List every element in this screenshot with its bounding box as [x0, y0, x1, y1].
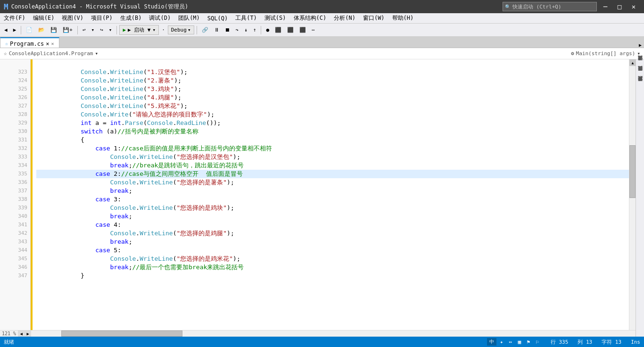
zoom-out-button[interactable]: ◀ — [18, 330, 25, 337]
tab-scroll-right[interactable]: ▶ — [636, 42, 644, 48]
undo-dropdown[interactable]: ▾ — [89, 25, 97, 34]
nav2-button[interactable]: ⬛ — [285, 25, 296, 34]
titlebar: M ConsoleApplication4 - Microsoft Visual… — [0, 0, 644, 13]
ln-337: 337 — [0, 187, 30, 195]
back-button[interactable]: ◀ — [2, 25, 10, 34]
right-panel-strip: 测试资源管理器 团队资源管理器 解决方案资源管理器 — [636, 59, 644, 337]
method-dropdown[interactable]: ▾ — [637, 50, 640, 57]
namespace-icon: ☆ — [4, 50, 7, 57]
menu-sql[interactable]: SQL(Q) — [204, 13, 231, 23]
menu-analyze[interactable]: 分析(N) — [330, 13, 359, 23]
status-mode: Ins — [631, 339, 640, 345]
start-debug-button[interactable]: ▶ ▶ 启动 ▼ ▾ — [119, 25, 159, 35]
new-project-button[interactable]: 📄 — [24, 25, 35, 34]
menu-file[interactable]: 文件(F) — [0, 13, 29, 23]
ln-343: 343 — [0, 238, 30, 246]
close-button[interactable]: ✕ — [627, 0, 640, 13]
tab-separator: × — [46, 41, 49, 47]
code-editor[interactable]: Console.WriteLine("1.汉堡包"); Console.Writ… — [33, 59, 629, 337]
zoom-in-button[interactable]: ▶ — [25, 330, 31, 337]
menu-project[interactable]: 项目(P) — [87, 13, 116, 23]
debug-dropdown-icon: ▾ — [188, 27, 191, 33]
ln-342: 342 — [0, 229, 30, 238]
titlebar-controls: ─ □ ✕ — [599, 0, 640, 13]
forward-button[interactable]: ▶ — [11, 25, 19, 34]
step-into[interactable]: ↡ — [242, 25, 250, 34]
tab-program-cs[interactable]: ☆ Program.cs × ✕ — [0, 37, 59, 48]
stop-button[interactable]: ⏹ — [223, 25, 232, 34]
titlebar-left: M ConsoleApplication4 - Microsoft Visual… — [4, 2, 188, 11]
ime-mode-icon[interactable]: 中 — [487, 338, 496, 346]
ln-332: 332 — [0, 144, 30, 153]
menu-build[interactable]: 生成(B) — [116, 13, 146, 23]
toolbar-sep-5 — [261, 26, 261, 34]
step-out[interactable]: ↑ — [251, 25, 259, 34]
ln-324: 324 — [0, 76, 30, 85]
save-button[interactable]: 💾 — [48, 25, 59, 34]
panel-tab-team-explorer[interactable]: 团队资源管理器 — [636, 72, 644, 77]
ln-335: 335 — [0, 170, 30, 178]
tab-close-button[interactable]: ✕ — [51, 41, 54, 46]
panel-tab-solution-explorer[interactable]: 解决方案资源管理器 — [636, 82, 644, 88]
quick-search[interactable]: 🔍 快速启动 (Ctrl+Q) — [503, 2, 597, 11]
hscroll-track[interactable] — [31, 330, 636, 337]
arrows-icon[interactable]: ↔ — [507, 338, 514, 346]
ln-338: 338 — [0, 195, 30, 204]
breakpoint-button[interactable]: ● — [264, 25, 272, 34]
ln-334: 334 — [0, 161, 30, 170]
more-button[interactable]: ⋯ — [309, 25, 317, 34]
redo-button[interactable]: ↪ — [98, 25, 106, 34]
code-line-337: break; — [36, 187, 629, 195]
menu-view[interactable]: 视图(V) — [58, 13, 87, 23]
tab-icon: ☆ — [5, 41, 8, 46]
hscroll-thumb[interactable] — [61, 330, 182, 337]
vertical-scrollbar[interactable]: ▲ ▼ — [629, 59, 636, 337]
start-icon: ▶ — [123, 27, 126, 33]
redo-dropdown[interactable]: ▾ — [107, 25, 115, 34]
open-button[interactable]: 📂 — [36, 25, 47, 34]
code-line-325: Console.WriteLine("3.鸡块"); — [36, 85, 629, 93]
scroll-thumb[interactable] — [629, 145, 636, 198]
code-line-spacer — [36, 59, 629, 68]
menu-window[interactable]: 窗口(W) — [359, 13, 388, 23]
maximize-button[interactable]: □ — [613, 0, 626, 13]
grid-icon[interactable]: ▦ — [516, 338, 523, 346]
menu-debug[interactable]: 调试(D) — [145, 13, 174, 23]
menu-tools[interactable]: 工具(T) — [231, 13, 261, 23]
menu-help[interactable]: 帮助(H) — [388, 13, 418, 23]
star-icon[interactable]: ✦ — [498, 338, 505, 346]
statusbar-right: 中 ✦ ↔ ▦ ⚑ ⚐ 行 335 列 13 字符 13 Ins — [487, 338, 640, 346]
scroll-track[interactable] — [629, 66, 636, 330]
step-over[interactable]: ↷ — [233, 25, 241, 34]
line-number-gutter: 323 324 325 326 327 328 329 330 331 332 … — [0, 59, 31, 337]
nav3-button[interactable]: ⬛ — [297, 25, 308, 34]
save-all-button[interactable]: 💾+ — [60, 25, 75, 34]
code-line-347: } — [36, 272, 629, 280]
menu-team[interactable]: 团队(M) — [174, 13, 204, 23]
status-char: 字符 13 — [602, 339, 621, 346]
undo-button[interactable]: ↩ — [80, 25, 88, 34]
start-dropdown-icon: ▾ — [153, 27, 156, 33]
namespace-dropdown[interactable]: ▾ — [95, 50, 98, 57]
panel-tab-test-explorer[interactable]: 测试资源管理器 — [636, 61, 644, 67]
ln-339: 339 — [0, 204, 30, 212]
attach-button[interactable]: 🔗 — [199, 25, 211, 34]
scroll-up-button[interactable]: ▲ — [629, 59, 636, 66]
code-line-341: case 4: — [36, 221, 629, 229]
menu-test[interactable]: 测试(S) — [261, 13, 290, 23]
debug-mode-selector[interactable]: Debug ▾ — [168, 25, 194, 34]
docbar: ☆ ConsoleApplication4.Program ▾ ⚙ Main(s… — [0, 48, 644, 59]
code-line-333: Console.WriteLine("您选择的是汉堡包"); — [36, 153, 629, 161]
status-connection: 就绪 — [4, 339, 14, 346]
flag-icon-1[interactable]: ⚑ — [525, 338, 532, 346]
minimize-button[interactable]: ─ — [599, 0, 612, 13]
nav1-button[interactable]: ⬛ — [272, 25, 284, 34]
menu-architecture[interactable]: 体系结构(C) — [290, 13, 330, 23]
menu-edit[interactable]: 编辑(E) — [29, 13, 58, 23]
status-col: 列 13 — [578, 339, 592, 346]
ln-330: 330 — [0, 127, 30, 136]
code-line-324: Console.WriteLine("2.薯条"); — [36, 76, 629, 85]
flag-icon-2[interactable]: ⚐ — [534, 338, 541, 346]
ln-340: 340 — [0, 212, 30, 221]
pause-button[interactable]: ⏸ — [212, 25, 222, 34]
